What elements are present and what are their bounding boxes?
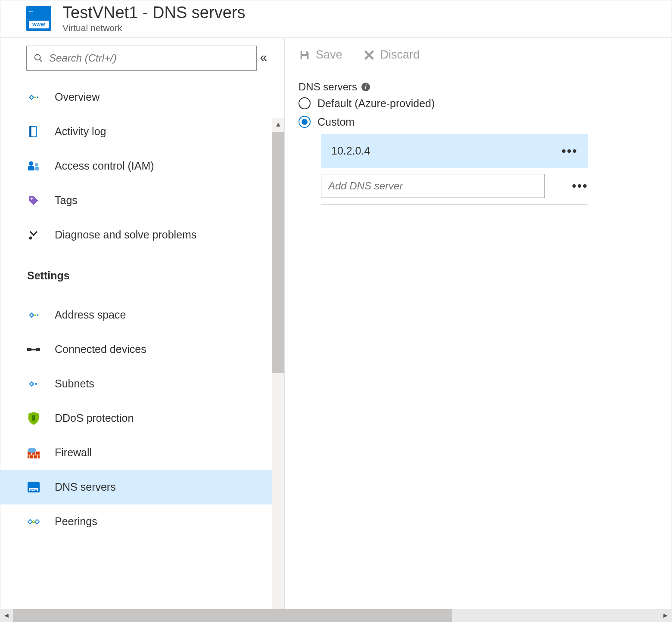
svg-rect-15 xyxy=(27,348,31,351)
sidebar-item-label: Connected devices xyxy=(55,343,146,356)
save-icon xyxy=(299,49,311,61)
scroll-right-arrow-icon[interactable]: ► xyxy=(659,609,672,622)
svg-point-9 xyxy=(35,163,38,167)
sidebar-item-connected-devices[interactable]: Connected devices xyxy=(0,332,284,367)
page-title: TestVNet1 - DNS servers xyxy=(62,4,245,22)
svg-rect-8 xyxy=(28,166,34,170)
sidebar: « ▲ ▼ Overview xyxy=(0,38,285,622)
dns-entry-value: 10.2.0.4 xyxy=(331,145,370,157)
sidebar-item-subnets[interactable]: Subnets xyxy=(0,367,284,401)
firewall-icon xyxy=(27,446,40,459)
save-label: Save xyxy=(316,48,342,62)
sidebar-item-label: Access control (IAM) xyxy=(55,160,154,172)
sidebar-item-label: Diagnose and solve problems xyxy=(55,229,196,241)
sidebar-item-label: Peerings xyxy=(55,515,97,528)
svg-point-0 xyxy=(35,55,40,60)
radio-icon xyxy=(299,97,311,109)
dns-icon: www xyxy=(27,481,40,494)
toolbar: Save Discard xyxy=(285,38,672,72)
sidebar-item-firewall[interactable]: Firewall xyxy=(0,436,284,470)
dns-server-list: 10.2.0.4 ••• ••• xyxy=(321,134,588,205)
radio-option-default[interactable]: Default (Azure-provided) xyxy=(299,97,654,110)
sidebar-item-label: Subnets xyxy=(55,378,94,390)
svg-point-18 xyxy=(35,383,37,385)
add-dns-input[interactable] xyxy=(321,174,545,198)
discard-icon xyxy=(363,49,375,61)
collapse-sidebar-button[interactable]: « xyxy=(260,50,267,65)
sidebar-item-ddos[interactable]: DDoS protection xyxy=(0,401,284,436)
radio-option-custom[interactable]: Custom xyxy=(299,116,654,128)
dns-add-row: ••• xyxy=(321,174,588,205)
nav-list: Overview Activity log Access control (IA… xyxy=(0,80,284,548)
radio-icon xyxy=(299,116,311,128)
sidebar-item-address-space[interactable]: Address space xyxy=(0,298,284,332)
sidebar-item-label: Activity log xyxy=(55,125,106,138)
svg-point-13 xyxy=(34,314,36,316)
sidebar-item-peerings[interactable]: Peerings xyxy=(0,504,284,539)
search-input[interactable] xyxy=(49,52,249,64)
info-icon[interactable]: i xyxy=(361,83,370,91)
svg-point-7 xyxy=(29,161,33,166)
radio-label: Custom xyxy=(317,116,355,128)
section-divider xyxy=(27,290,258,290)
sidebar-item-label: Firewall xyxy=(55,446,92,459)
back-arrow-icon: ← xyxy=(28,8,34,15)
svg-rect-17 xyxy=(31,349,36,350)
dns-add-menu-button[interactable]: ••• xyxy=(572,179,588,193)
svg-rect-10 xyxy=(34,167,39,170)
sidebar-item-label: Tags xyxy=(55,194,78,207)
sidebar-item-label: Address space xyxy=(55,309,126,321)
field-label-row: DNS servers i xyxy=(299,81,654,93)
sidebar-item-diagnose[interactable]: Diagnose and solve problems xyxy=(0,218,284,252)
scroll-up-arrow-icon[interactable]: ▲ xyxy=(272,118,284,131)
section-header-settings: Settings xyxy=(0,252,284,287)
field-label: DNS servers xyxy=(299,81,357,93)
discard-label: Discard xyxy=(380,48,420,62)
dns-entry-menu-button[interactable]: ••• xyxy=(561,144,578,158)
horizontal-scrollbar[interactable]: ◄ ► xyxy=(0,609,672,622)
title-block: TestVNet1 - DNS servers Virtual network xyxy=(62,4,245,33)
peerings-icon xyxy=(27,515,40,528)
sidebar-item-activity-log[interactable]: Activity log xyxy=(0,114,284,149)
svg-text:www: www xyxy=(30,488,37,491)
tags-icon xyxy=(27,194,40,207)
sidebar-item-access-control[interactable]: Access control (IAM) xyxy=(0,149,284,183)
horizontal-scroll-thumb[interactable] xyxy=(13,609,452,622)
sidebar-item-label: DNS servers xyxy=(55,481,116,493)
activity-log-icon xyxy=(27,125,40,138)
iam-icon xyxy=(27,160,40,173)
svg-point-11 xyxy=(31,198,33,200)
sidebar-item-label: DDoS protection xyxy=(55,412,134,424)
resource-icon-text: www xyxy=(29,21,49,28)
search-row: « xyxy=(26,38,284,80)
connected-devices-icon xyxy=(27,343,40,356)
svg-rect-32 xyxy=(302,51,306,54)
sidebar-item-label: Overview xyxy=(55,91,100,103)
discard-button[interactable]: Discard xyxy=(363,48,420,62)
scroll-left-arrow-icon[interactable]: ◄ xyxy=(0,609,13,622)
scrollbar-thumb[interactable] xyxy=(272,132,284,373)
dns-form: DNS servers i Default (Azure-provided) C… xyxy=(285,72,672,205)
svg-point-12 xyxy=(29,236,32,239)
svg-point-14 xyxy=(37,314,38,316)
address-space-icon xyxy=(27,309,40,322)
svg-point-2 xyxy=(34,96,36,98)
svg-line-1 xyxy=(40,59,42,62)
diagnose-icon xyxy=(27,229,40,241)
blade-body: « ▲ ▼ Overview xyxy=(0,38,672,622)
subnets-icon xyxy=(27,378,40,390)
overview-icon xyxy=(27,91,40,104)
dns-entry-row[interactable]: 10.2.0.4 ••• xyxy=(321,134,588,168)
search-box[interactable] xyxy=(26,46,257,71)
sidebar-item-dns-servers[interactable]: www DNS servers xyxy=(0,470,284,504)
svg-rect-19 xyxy=(32,415,35,421)
svg-rect-16 xyxy=(36,348,40,351)
shield-icon xyxy=(27,412,40,425)
save-button[interactable]: Save xyxy=(299,48,342,62)
page-subtitle: Virtual network xyxy=(62,23,245,33)
sidebar-item-overview[interactable]: Overview xyxy=(0,80,284,114)
svg-rect-6 xyxy=(29,126,31,137)
nav-scroll: ▲ ▼ Overview Activity xyxy=(0,80,284,622)
sidebar-item-tags[interactable]: Tags xyxy=(0,183,284,218)
svg-point-3 xyxy=(37,96,38,98)
